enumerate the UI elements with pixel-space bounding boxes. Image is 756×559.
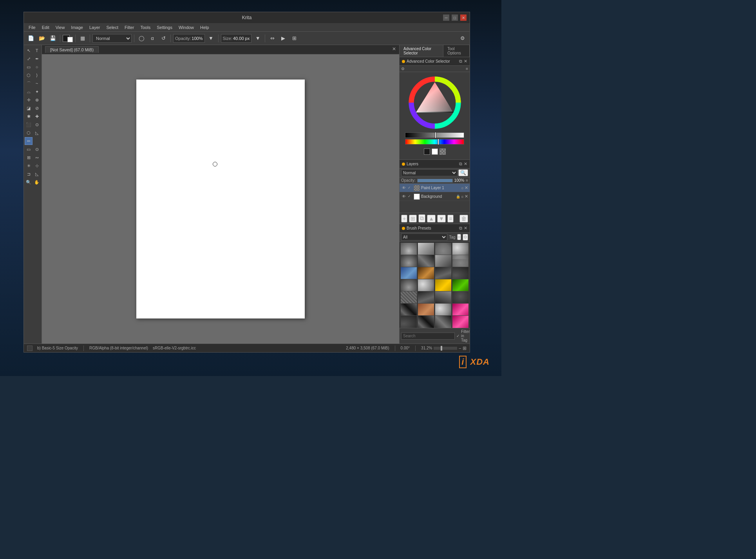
freehand-selection-tool[interactable]: ∾ — [33, 154, 41, 161]
menu-image[interactable]: Image — [68, 24, 86, 31]
color-wheel[interactable] — [407, 75, 462, 130]
tab-color-selector[interactable]: Advanced Color Selector — [400, 45, 443, 57]
menu-filter[interactable]: Filter — [121, 24, 137, 31]
brush-settings-button[interactable]: ⚙ — [463, 234, 468, 241]
similar-selection-tool[interactable]: ✳ — [25, 162, 33, 170]
delete-layer-button[interactable]: 🗑 — [459, 215, 468, 223]
layers-opacity-bar[interactable] — [417, 179, 453, 183]
move-layer-up-button[interactable]: ▲ — [427, 215, 436, 223]
brush-preset-item[interactable] — [435, 315, 452, 328]
toolbar-settings-button[interactable]: ⚙ — [458, 34, 467, 43]
freehand-shape-tool[interactable]: ~ — [33, 80, 41, 87]
brightness-slider[interactable] — [405, 132, 464, 138]
close-button[interactable]: ✕ — [460, 14, 467, 21]
maximize-button[interactable]: □ — [452, 14, 458, 21]
fill-tool[interactable]: ◪ — [25, 104, 33, 112]
transform-mask-tool[interactable]: ◺ — [33, 170, 41, 178]
layer-menu-button[interactable]: ≡ — [447, 215, 454, 223]
menu-help[interactable]: Help — [197, 24, 212, 31]
menu-settings[interactable]: Settings — [154, 24, 175, 31]
magnetic-selection-tool[interactable]: ⊹ — [33, 162, 41, 170]
layer-check-icon[interactable]: ✓ — [408, 186, 412, 190]
copy-layer-button[interactable]: ⧉ — [418, 214, 425, 223]
brush-search-input[interactable] — [401, 333, 455, 340]
menu-window[interactable]: Window — [175, 24, 197, 31]
text-tool[interactable]: T — [33, 47, 41, 54]
ellipse-tool[interactable]: ○ — [33, 63, 41, 71]
contiguous-selection-tool[interactable]: ⊞ — [25, 154, 33, 161]
add-layer-button[interactable]: + — [401, 215, 407, 223]
zoom-tool[interactable]: 🔍 — [25, 178, 33, 186]
move-layer-down-button[interactable]: ▼ — [437, 215, 446, 223]
tab-tool-options[interactable]: Tool Options — [443, 45, 470, 57]
brush-tag-select[interactable]: All — [401, 233, 447, 241]
polygon-tool[interactable]: ⬡ — [25, 71, 33, 79]
layer-visibility-icon-bg[interactable]: 👁 — [401, 194, 407, 199]
wrap-button[interactable]: ⊞ — [289, 34, 299, 43]
move-tool[interactable]: ✛ — [25, 96, 33, 104]
panel-collapse-dot[interactable] — [402, 60, 405, 63]
fullscreen-button[interactable]: ⊞ — [463, 346, 467, 351]
white-canvas[interactable] — [136, 80, 305, 318]
canvas-area[interactable] — [42, 54, 399, 344]
preserve-alpha-toggle[interactable]: α — [148, 34, 157, 43]
blend-mode-select[interactable]: Normal Multiply Screen Overlay — [92, 34, 132, 43]
menu-tools[interactable]: Tools — [137, 24, 154, 31]
refresh-button[interactable]: ↺ — [159, 34, 168, 43]
menu-file[interactable]: File — [25, 24, 39, 31]
menu-edit[interactable]: Edit — [39, 24, 52, 31]
ellipse-selection-tool[interactable]: ⊙ — [33, 145, 41, 153]
canvas-tab[interactable]: [Not Saved] (67.0 MiB) — [45, 46, 99, 53]
layers-close-button[interactable]: ✕ — [464, 161, 467, 166]
menu-view[interactable]: View — [52, 24, 68, 31]
shear-tool[interactable]: ◺ — [33, 129, 41, 137]
zoom-out-button[interactable]: – — [459, 346, 461, 350]
zoom-slider[interactable] — [434, 347, 457, 350]
layer-close-icon-bg[interactable]: ✕ — [465, 194, 468, 199]
select-tool[interactable]: ↖ — [25, 47, 33, 54]
crop-tool[interactable]: ⊕ — [33, 96, 41, 104]
layer-item-paint-layer-1[interactable]: 👁 ✓ Paint Layer 1 α ✕ — [400, 184, 470, 192]
color-selector-float[interactable]: ⧉ — [459, 59, 462, 64]
pan-tool[interactable]: ✋ — [33, 178, 41, 186]
smart-patch-tool[interactable]: ✱ — [25, 112, 33, 120]
polyline-tool[interactable]: ⟩ — [33, 71, 41, 79]
mirror-h-button[interactable]: ⇔ — [268, 34, 277, 43]
layer-check-icon-bg[interactable]: ✓ — [408, 194, 412, 199]
hue-slider[interactable] — [405, 139, 464, 145]
layers-options-button[interactable]: ≡ — [466, 178, 468, 183]
menu-layer[interactable]: Layer — [86, 24, 103, 31]
new-file-button[interactable]: 📄 — [26, 34, 36, 43]
brightness-thumb[interactable] — [435, 132, 436, 138]
deform-tool[interactable]: ⬡ — [25, 129, 33, 137]
open-file-button[interactable]: 📂 — [37, 34, 47, 43]
layer-item-background[interactable]: 👁 ✓ Background 🔒 α ✕ — [400, 192, 470, 201]
layers-blend-mode-select[interactable]: Normal Multiply Screen — [401, 169, 458, 176]
add-group-button[interactable]: ⊞ — [409, 215, 417, 223]
transparent-chip[interactable] — [439, 148, 446, 155]
freehand-paint-tool[interactable]: ✏ — [25, 137, 33, 145]
eyedropper-tool[interactable]: ⊘ — [33, 104, 41, 112]
brush-preset-item[interactable] — [400, 315, 417, 328]
transform-tool[interactable]: ⤢ — [25, 55, 33, 63]
calligraphy-tool[interactable]: ✒ — [33, 55, 41, 63]
bezier-tool[interactable]: ⌒ — [25, 80, 33, 87]
clone-tool[interactable]: ✚ — [33, 112, 41, 120]
background-color-chip[interactable] — [67, 37, 73, 42]
canvas-panel-close[interactable]: ✕ — [392, 46, 396, 52]
color-selector-config-button[interactable]: ≡ — [466, 67, 468, 71]
brush-presets-close-button[interactable]: ✕ — [464, 226, 467, 231]
layers-filter-button[interactable]: 🔍 — [458, 169, 468, 176]
bezier-select-tool[interactable]: ⌓ — [25, 88, 33, 96]
layer-close-icon[interactable]: ✕ — [465, 185, 468, 190]
fg-color-chip[interactable] — [424, 148, 430, 155]
brush-preset-item[interactable] — [452, 315, 469, 328]
brush-list-view-button[interactable]: ≡ — [457, 234, 461, 240]
hue-thumb[interactable] — [438, 139, 439, 145]
minimize-button[interactable]: ─ — [443, 14, 449, 21]
brush-presets-dot[interactable] — [402, 227, 405, 230]
eraser-toggle[interactable]: ◯ — [137, 34, 146, 43]
color-selector-settings-button[interactable]: ⚙ — [401, 67, 405, 71]
pattern-fill-button[interactable]: ▦ — [78, 34, 87, 43]
color-selector-close[interactable]: ✕ — [464, 59, 467, 64]
